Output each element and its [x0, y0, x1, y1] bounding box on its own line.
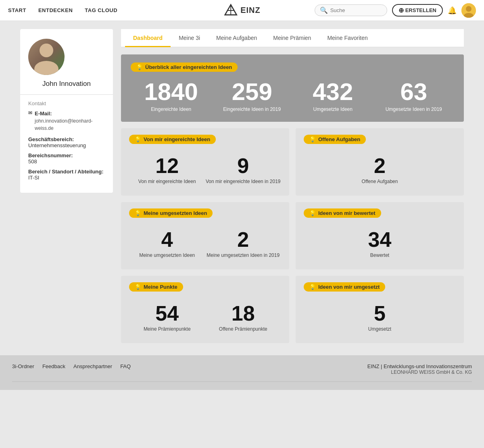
email-value: john.innovation@leonhard-weiss.de: [35, 118, 93, 131]
card-stat-4-0: 54 Meine Prämienpunkte: [129, 300, 205, 335]
stats-grid: 1840 Eingereichte Ideen 259 Eingereichte…: [131, 80, 454, 112]
erstellen-button[interactable]: ⊕ ERSTELLEN: [392, 4, 443, 17]
nav-tagcloud[interactable]: TAG CLOUD: [85, 7, 117, 13]
card-title-2: Meine umgesetzten Ideen: [144, 210, 207, 216]
footer-links: 3i-Ordner Feedback Ansprechpartner FAQ: [12, 363, 131, 369]
card-stats-3: 34 Bewertet: [304, 226, 456, 261]
card-stat-3-0: 34 Bewertet: [304, 226, 456, 261]
card-stat-0-0: 12 Von mir eingereichte Ideen: [129, 152, 205, 188]
card-title-5: Ideen von mir umgesetzt: [318, 284, 380, 290]
footer-link-feedback[interactable]: Feedback: [42, 363, 65, 369]
card-stat-2-0: 4 Meine umgesetzten Ideen: [129, 226, 205, 261]
card-stat-5-0: 5 Umgesetzt: [304, 300, 456, 335]
search-input[interactable]: [330, 7, 382, 13]
card-stat-4-1: 18 Offene Prämienpunkte: [205, 300, 282, 335]
logo-text: EINZ: [240, 6, 261, 15]
bulb-icon-5: 💡: [309, 284, 316, 290]
nav-right: 🔍 ⊕ ERSTELLEN 🔔: [315, 3, 476, 18]
stat-label-2: Umgesetzte Ideen: [292, 106, 373, 112]
card-stat-label-0-1: Von mir eingereichte Ideen in 2019: [205, 179, 282, 184]
nav-entdecken[interactable]: ENTDECKEN: [38, 7, 73, 13]
stat-label-1: Eingereichte Ideen in 2019: [212, 106, 293, 112]
card-stats-2: 4 Meine umgesetzten Ideen 2 Meine umgese…: [129, 226, 281, 261]
bulb-icon-0: 💡: [135, 136, 141, 142]
nav-start[interactable]: START: [8, 7, 26, 13]
bereich-value: IT-SI: [28, 175, 105, 181]
search-box[interactable]: 🔍: [315, 4, 387, 16]
footer-link-faq[interactable]: FAQ: [120, 363, 131, 369]
content-area: Dashboard Meine 3i Meine Aufgaben Meine …: [121, 29, 464, 343]
card-header-4: 💡 Meine Punkte: [129, 282, 183, 292]
stats-banner-header: 💡 Überblick aller eingereichten Ideen: [131, 63, 238, 72]
tab-meine3i[interactable]: Meine 3i: [171, 29, 208, 47]
email-row: ✉ E-Mail: john.innovation@leonhard-weiss…: [28, 110, 105, 131]
bereichsnummer-group: Bereichsnummer: 508: [28, 152, 105, 165]
card-header-5: 💡 Ideen von mir umgesetzt: [304, 282, 385, 292]
card-stat-label-2-0: Meine umgesetzten Ideen: [129, 252, 205, 258]
bereichsnummer-value: 508: [28, 158, 105, 165]
tab-dashboard[interactable]: Dashboard: [125, 29, 171, 47]
card-umgesetzte-ideen: 💡 Meine umgesetzten Ideen 4 Meine umgese…: [121, 202, 289, 269]
card-header-1: 💡 Offene Aufgaben: [304, 135, 366, 144]
profile-divider: [20, 94, 113, 95]
footer-link-ansprechpartner[interactable]: Ansprechpartner: [73, 363, 112, 369]
bereichsnummer-label: Bereichsnummer:: [28, 152, 105, 158]
tab-meineprämien[interactable]: Meine Prämien: [265, 29, 319, 47]
card-stat-number-0-1: 9: [205, 155, 282, 176]
footer-brand-subtitle: LEONHARD WEISS GmbH & Co. KG: [367, 369, 472, 375]
email-icon: ✉: [28, 110, 32, 116]
profile-name: John Innovation: [28, 80, 105, 88]
card-ideen-bewertet: 💡 Ideen von mir bewertet 34 Bewertet: [296, 202, 464, 269]
stat-eingereichte-ideen: 1840 Eingereichte Ideen: [131, 80, 212, 112]
card-header-0: 💡 Von mir eingereichte Ideen: [129, 135, 216, 144]
stat-label-0: Eingereichte Ideen: [131, 106, 212, 112]
card-stat-label-4-1: Offene Prämienpunkte: [205, 326, 282, 332]
bulb-icon-4: 💡: [135, 284, 141, 290]
card-stat-number-1-0: 2: [304, 155, 456, 176]
stat-number-2: 432: [292, 80, 373, 104]
contact-section: Kontakt ✉ E-Mail: john.innovation@leonha…: [28, 100, 105, 181]
profile-avatar: [28, 39, 65, 75]
card-stat-label-2-1: Meine umgesetzten Ideen in 2019: [205, 252, 282, 258]
nav-logo: EINZ: [223, 3, 261, 18]
card-header-3: 💡 Ideen von mir bewertet: [304, 208, 381, 218]
card-stat-2-1: 2 Meine umgesetzten Ideen in 2019: [205, 226, 282, 261]
card-title-0: Von mir eingereichte Ideen: [144, 136, 210, 142]
card-stat-0-1: 9 Von mir eingereichte Ideen in 2019: [205, 152, 282, 188]
card-eingereichte-ideen: 💡 Von mir eingereichte Ideen 12 Von mir …: [121, 128, 289, 196]
card-title-4: Meine Punkte: [144, 284, 177, 290]
stat-label-3: Umgesetzte Ideen in 2019: [373, 106, 455, 112]
bereich-group: Bereich / Standort / Abteilung: IT-SI: [28, 169, 105, 181]
footer-brand-title: EINZ | Entwicklungs-und Innovationszentr…: [367, 363, 472, 369]
nav-links: START ENTDECKEN TAG CLOUD: [8, 7, 117, 13]
geschaeftsbereich-value: Unternehmenssteuerung: [28, 142, 105, 148]
search-icon: 🔍: [320, 6, 328, 14]
profile-card: John Innovation Kontakt ✉ E-Mail: john.i…: [20, 29, 113, 193]
card-meine-punkte: 💡 Meine Punkte 54 Meine Prämienpunkte 18…: [121, 276, 289, 343]
card-stat-number-0-0: 12: [129, 155, 205, 176]
stat-eingereichte-2019: 259 Eingereichte Ideen in 2019: [212, 80, 293, 112]
stat-umgesetzte-2019: 63 Umgesetzte Ideen in 2019: [373, 80, 455, 112]
card-stat-number-2-1: 2: [205, 229, 282, 250]
card-stat-number-4-1: 18: [205, 303, 282, 324]
logo-icon: [223, 3, 238, 18]
tab-meinefavoriten[interactable]: Meine Favoriten: [319, 29, 376, 47]
stats-banner: 💡 Überblick aller eingereichten Ideen 18…: [121, 54, 464, 122]
tab-meineaufgaben[interactable]: Meine Aufgaben: [208, 29, 265, 47]
stat-number-3: 63: [373, 80, 455, 104]
card-title-3: Ideen von mir bewertet: [318, 210, 376, 216]
footer-link-3iordner[interactable]: 3i-Ordner: [12, 363, 34, 369]
svg-point-4: [466, 6, 471, 12]
footer-divider: [12, 381, 472, 382]
footer: 3i-Ordner Feedback Ansprechpartner FAQ E…: [0, 355, 484, 390]
card-stat-1-0: 2 Offene Aufgaben: [304, 152, 456, 188]
notification-bell-icon[interactable]: 🔔: [448, 6, 457, 15]
card-offene-aufgaben: 💡 Offene Aufgaben 2 Offene Aufgaben: [296, 128, 464, 196]
card-stat-label-1-0: Offene Aufgaben: [304, 179, 456, 184]
card-stat-number-5-0: 5: [304, 303, 456, 324]
stat-number-1: 259: [212, 80, 293, 104]
bulb-icon-banner: 💡: [136, 64, 143, 70]
footer-brand: EINZ | Entwicklungs-und Innovationszentr…: [367, 363, 472, 375]
user-avatar[interactable]: [461, 3, 476, 18]
card-stat-label-0-0: Von mir eingereichte Ideen: [129, 179, 205, 184]
